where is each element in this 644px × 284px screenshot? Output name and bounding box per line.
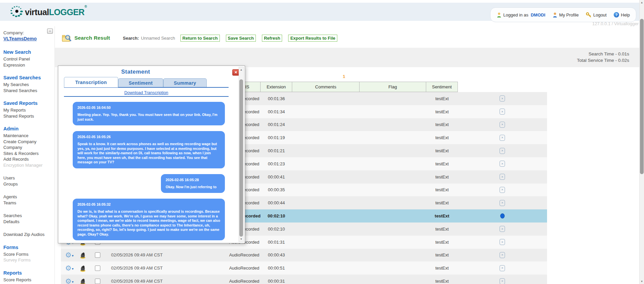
sidebar-item-shared-searches[interactable]: Shared Searches bbox=[3, 88, 55, 94]
sidebar-item-my-reports[interactable]: My Reports bbox=[3, 107, 55, 113]
sidebar-item-survey-forms: Survey Forms bbox=[3, 257, 55, 263]
flag-cell: ✕ bbox=[492, 261, 513, 275]
sidebar-item-score-reports[interactable]: Score Reports bbox=[3, 277, 55, 283]
scroll-down-icon[interactable]: ▼ bbox=[640, 279, 644, 284]
sidebar-item-download-zip-audios[interactable]: Download Zip Audios bbox=[3, 232, 55, 238]
message-timestamp: 2026-02-05 16:05:26 bbox=[77, 135, 220, 139]
duration-cell: 00:00:44 bbox=[261, 196, 292, 209]
play-gear-icon[interactable]: ⚙▾ bbox=[65, 251, 72, 258]
sidebar-item-users[interactable]: Users bbox=[3, 175, 55, 181]
sidebar-group: AgentsTeams bbox=[3, 194, 55, 206]
audio-speaker-icon[interactable] bbox=[79, 278, 87, 284]
sidebar-item-create-company[interactable]: Create Company bbox=[3, 139, 55, 145]
flag-empty-icon: ✕ bbox=[500, 122, 505, 128]
duration-cell: 00:01:23 bbox=[261, 157, 292, 170]
date-cell: 02/05/2026 09:49 AM CST bbox=[105, 249, 228, 262]
audio-speaker-icon[interactable] bbox=[79, 251, 87, 259]
sidebar-item-defaults[interactable]: Defaults bbox=[3, 219, 55, 225]
my-profile-button[interactable]: My Profile bbox=[552, 12, 579, 18]
save-search-button[interactable]: Save Search bbox=[226, 35, 256, 42]
extension-cell: testExt bbox=[426, 118, 458, 131]
column-header-comments[interactable]: Comments bbox=[292, 82, 360, 92]
scroll-up-icon[interactable]: ▲ bbox=[640, 0, 644, 5]
dnis-cell bbox=[360, 261, 426, 275]
sentiment-cell bbox=[513, 170, 547, 184]
row-checkbox[interactable] bbox=[95, 266, 100, 271]
sidebar-item-company[interactable]: Company bbox=[3, 145, 55, 151]
sidebar-item-control-panel[interactable]: Control Panel bbox=[3, 56, 55, 62]
flag-cell: ✕ bbox=[492, 118, 513, 131]
comments-cell bbox=[458, 196, 492, 209]
export-results-to-file-button[interactable]: Export Results to File bbox=[288, 35, 337, 42]
sidebar-item-groups[interactable]: Groups bbox=[3, 181, 55, 187]
server-info: 127.0.0.1 / Virtuallogger bbox=[592, 21, 639, 26]
gear-cell: ⚙▾ bbox=[61, 275, 76, 284]
help-button[interactable]: ? Help bbox=[614, 12, 630, 17]
pagination-page-1[interactable]: 1 bbox=[343, 74, 345, 79]
dnis-cell bbox=[360, 170, 426, 184]
sidebar-item-my-searches[interactable]: My Searches bbox=[3, 82, 55, 88]
logged-in-status: Logged in as DMODI bbox=[497, 12, 545, 18]
sidebar-collapse-button[interactable]: − bbox=[47, 29, 53, 34]
flag-empty-icon: ✕ bbox=[500, 252, 505, 258]
table-row[interactable]: ⚙▾02/05/2026 09:49 AM CSTAudioRecorded00… bbox=[61, 261, 547, 275]
sidebar-group: FormsScore FormsSurvey Forms bbox=[3, 245, 55, 263]
stats-band: Search Time - 0.01s Total Service Time -… bbox=[55, 48, 639, 67]
sidebar-item-expression[interactable]: Expression bbox=[3, 62, 55, 68]
row-checkbox[interactable] bbox=[95, 279, 100, 284]
title-row: Search Result Search: Unnamed Search Ret… bbox=[55, 28, 639, 48]
comments-cell bbox=[458, 105, 492, 118]
ani-cell bbox=[292, 222, 360, 236]
dialog-scrollbar[interactable]: ▲ ▼ bbox=[239, 67, 244, 242]
tab-sentiment[interactable]: Sentiment bbox=[118, 78, 163, 87]
audio-speaker-icon[interactable] bbox=[79, 265, 87, 272]
extension-cell: testExt bbox=[426, 144, 458, 157]
sidebar-item-agents[interactable]: Agents bbox=[3, 194, 55, 200]
refresh-button[interactable]: Refresh bbox=[262, 35, 282, 42]
app-logo[interactable]: virtualLOGGER ® bbox=[9, 5, 87, 19]
sidebar-item-score-forms[interactable]: Score Forms bbox=[3, 251, 55, 257]
comments-cell bbox=[458, 118, 492, 131]
dropdown-arrow-icon: ▾ bbox=[72, 278, 73, 284]
sidebar-item-sites-recorders[interactable]: Sites & Recorders bbox=[3, 151, 55, 157]
scroll-down-icon[interactable]: ▼ bbox=[239, 237, 243, 242]
chat-bubble: 2026-02-05 16:04:50Meeting place. Yep. Y… bbox=[73, 102, 225, 125]
scroll-up-icon[interactable]: ▲ bbox=[239, 67, 243, 72]
company-name-link[interactable]: VLTeamsDemo bbox=[3, 36, 55, 41]
sidebar-item-searches[interactable]: Searches bbox=[3, 213, 55, 219]
return-to-search-button[interactable]: Return to Search bbox=[180, 35, 220, 42]
sidebar-item-shared-reports[interactable]: Shared Reports bbox=[3, 113, 55, 119]
message-timestamp: 2026-02-05 16:04:50 bbox=[77, 106, 220, 110]
table-row[interactable]: ⚙▾02/05/2026 09:49 AM CSTAudioRecorded00… bbox=[61, 275, 547, 284]
sidebar-item-teams[interactable]: Teams bbox=[3, 200, 55, 206]
sidebar-item-maintenance[interactable]: Maintenance bbox=[3, 133, 55, 139]
page-scrollbar-thumb[interactable] bbox=[640, 19, 644, 174]
message-timestamp: 2026-02-05 16:05:32 bbox=[77, 202, 220, 206]
play-gear-icon[interactable]: ⚙▾ bbox=[65, 265, 72, 272]
tab-transcription[interactable]: Transcription bbox=[64, 77, 118, 87]
extension-cell: testExt bbox=[426, 275, 458, 284]
flag-empty-icon: ✕ bbox=[500, 109, 505, 115]
gear-cell: ⚙▾ bbox=[61, 249, 76, 262]
row-checkbox[interactable] bbox=[95, 252, 100, 258]
tab-summary[interactable]: Summary bbox=[163, 78, 207, 87]
play-gear-icon[interactable]: ⚙▾ bbox=[65, 278, 72, 284]
column-header-extension[interactable]: Extension bbox=[260, 82, 292, 92]
download-transcription-link[interactable]: Download Transcription bbox=[124, 90, 168, 95]
dnis-cell bbox=[360, 275, 426, 284]
column-header-sentiment[interactable]: Sentiment bbox=[426, 82, 458, 92]
total-service-time: Total Service Time - 0.02s bbox=[55, 57, 629, 64]
dialog-close-button[interactable]: ✕ bbox=[232, 69, 239, 76]
page-scrollbar[interactable]: ▲ ▼ bbox=[639, 0, 644, 284]
sidebar-item-add-records[interactable]: Add Records bbox=[3, 156, 55, 162]
flag-cell: ✕ bbox=[492, 222, 513, 236]
sentiment-cell bbox=[513, 118, 547, 131]
ani-cell bbox=[292, 196, 360, 209]
logout-button[interactable]: Logout bbox=[586, 12, 607, 18]
extension-cell: testExt bbox=[426, 170, 458, 184]
table-row[interactable]: ⚙▾02/05/2026 09:49 AM CSTAudioRecorded00… bbox=[61, 249, 547, 262]
dialog-scrollbar-thumb[interactable] bbox=[239, 79, 243, 237]
logo-text: virtualLOGGER bbox=[25, 5, 84, 19]
column-header-flag[interactable]: Flag bbox=[359, 82, 426, 92]
comments-cell bbox=[458, 157, 492, 170]
